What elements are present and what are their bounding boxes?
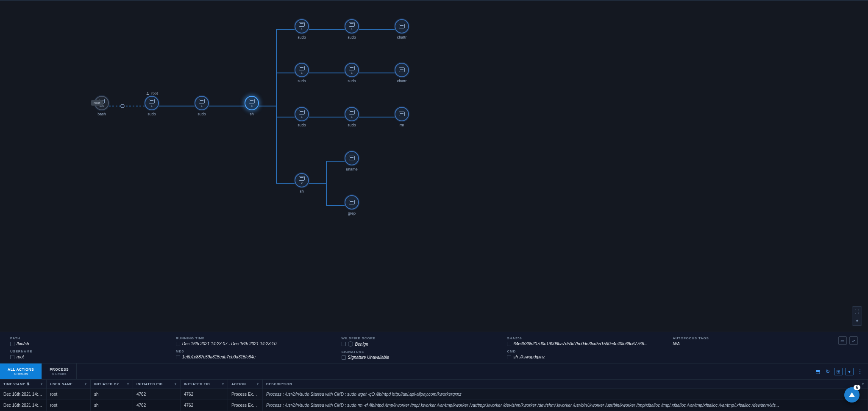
signature-value: Signature Unavailable xyxy=(348,355,389,360)
filter-icon[interactable]: ▾ xyxy=(85,382,87,386)
actions-table: TIMESTAMP⇅▾ USER NAME▾ INITIATED BY▾ INI… xyxy=(0,379,868,411)
more-icon[interactable]: ⋮ xyxy=(856,368,864,375)
path-value: /bin/sh xyxy=(17,341,29,346)
col-timestamp[interactable]: TIMESTAMP⇅▾ xyxy=(0,380,47,389)
terminal-icon xyxy=(299,66,305,70)
terminal-icon xyxy=(349,110,355,115)
cell-username: root xyxy=(47,400,91,411)
fit-screen-icon[interactable]: ⛶ xyxy=(852,307,862,316)
node-label: sudo xyxy=(348,79,356,83)
copy-icon[interactable] xyxy=(10,342,14,346)
process-node-sudo1[interactable]: 1sudo xyxy=(195,96,209,116)
terminal-icon xyxy=(399,67,405,72)
node-count: 1 xyxy=(351,71,353,74)
copy-icon[interactable] xyxy=(176,355,180,359)
cell-initiated_tid: 4762 xyxy=(181,400,228,411)
filter-button-icon[interactable]: ▾ xyxy=(845,368,854,375)
cell-action: Process Execution xyxy=(228,389,263,400)
send-icon xyxy=(849,392,855,397)
tab-all-actions[interactable]: ALL ACTIONS 6 Results xyxy=(0,363,42,379)
copy-icon[interactable] xyxy=(10,355,14,359)
cell-timestamp: Dec 16th 2021 14:23:07 xyxy=(0,389,47,400)
details-panel: PATH /bin/sh USERNAME root RUNNING TIME … xyxy=(0,332,868,363)
details-action-button[interactable]: ▭ xyxy=(838,336,847,345)
filter-icon[interactable]: ▾ xyxy=(127,382,129,386)
svg-point-1 xyxy=(147,92,148,93)
process-node-chattr_b[interactable]: chattr xyxy=(395,63,409,83)
terminal-icon xyxy=(299,110,305,115)
sha256-label: SHA256 xyxy=(507,336,662,340)
col-description[interactable]: DESCRIPTION▾ xyxy=(263,380,868,389)
notifications-fab[interactable]: 6 xyxy=(844,387,860,403)
copy-icon[interactable] xyxy=(176,342,180,346)
process-node-uname[interactable]: uname xyxy=(345,151,359,171)
terminal-icon xyxy=(299,22,305,27)
layout-icon[interactable]: ⊞ xyxy=(834,368,843,375)
cmd-value: sh ./kswapdqxnz xyxy=(513,355,545,359)
cell-timestamp: Dec 16th 2021 14:23:07 xyxy=(0,400,47,411)
autofocus-label: AUTOFOCUS TAGS xyxy=(673,336,828,340)
md5-value: 1e6b1c887c59a315edb7eb9a315fc84c xyxy=(182,355,256,359)
process-node-sudo_c1[interactable]: 1sudo xyxy=(295,107,309,127)
cell-description: Process : /usr/bin/sudo Started with CMD… xyxy=(263,400,868,411)
node-count: 1 xyxy=(351,28,353,31)
col-initiated-by[interactable]: INITIATED BY▾ xyxy=(91,380,133,389)
cell-initiated_pid: 4762 xyxy=(133,389,181,400)
wildfire-value: Benign xyxy=(355,342,368,347)
filter-icon[interactable]: ▾ xyxy=(862,382,864,386)
copy-icon[interactable] xyxy=(507,342,511,346)
filter-icon[interactable]: ▾ xyxy=(257,382,259,386)
refresh-icon[interactable]: ↻ xyxy=(824,368,832,375)
node-count: 1 xyxy=(301,28,303,31)
terminal-icon xyxy=(299,176,305,181)
process-tree-graph[interactable]: 159bash1sudo1sudo6sh1sudo1sudochattr1sud… xyxy=(0,0,868,332)
process-node-bash[interactable]: 159bash xyxy=(95,96,109,116)
signature-label: SIGNATURE xyxy=(342,350,497,354)
col-initiated-pid[interactable]: INITIATED PID▾ xyxy=(133,380,181,389)
process-node-sudo0[interactable]: 1sudo xyxy=(145,96,159,116)
graph-zoom-controls: ⛶ ✦ xyxy=(852,306,862,326)
terminal-icon xyxy=(349,200,355,204)
filter-icon[interactable]: ▾ xyxy=(175,382,177,386)
process-node-sudo_b1[interactable]: 1sudo xyxy=(295,63,309,83)
col-action[interactable]: ACTION▾ xyxy=(228,380,263,389)
process-node-sudo_a2[interactable]: 1sudo xyxy=(345,19,359,39)
filter-icon[interactable]: ▾ xyxy=(222,382,224,386)
copy-icon[interactable] xyxy=(507,355,511,359)
path-label: PATH xyxy=(10,336,166,340)
running-time-value: Dec 16th 2021 14:23:07 - Dec 16th 2021 1… xyxy=(182,341,276,346)
tab-process[interactable]: PROCESS 6 Results xyxy=(42,363,77,379)
table-row[interactable]: Dec 16th 2021 14:23:07rootsh47624762Proc… xyxy=(0,400,868,411)
node-count: 1 xyxy=(301,71,303,74)
cell-action: Process Execution xyxy=(228,400,263,411)
node-label: sudo xyxy=(348,35,356,39)
terminal-icon xyxy=(399,112,405,116)
export-icon[interactable]: ⬒ xyxy=(814,368,821,375)
node-count: 1 xyxy=(201,104,203,107)
copy-icon[interactable] xyxy=(342,342,346,346)
process-node-rm[interactable]: rm xyxy=(395,107,409,127)
process-node-sh[interactable]: 6sh xyxy=(245,96,259,116)
col-initiated-tid[interactable]: INITIATED TID▾ xyxy=(181,380,228,389)
process-node-chattr_a[interactable]: chattr xyxy=(395,19,409,39)
user-label: root xyxy=(146,91,158,95)
node-label: chattr xyxy=(397,79,407,83)
recenter-icon[interactable]: ✦ xyxy=(852,316,862,325)
fab-badge: 6 xyxy=(854,385,860,390)
expand-icon[interactable]: ⤢ xyxy=(849,336,858,345)
table-row[interactable]: Dec 16th 2021 14:23:07rootsh47624762Proc… xyxy=(0,389,868,400)
node-label: sh xyxy=(300,189,304,193)
process-node-grep[interactable]: grep xyxy=(345,195,359,215)
process-node-sudo_a1[interactable]: 1sudo xyxy=(295,19,309,39)
process-node-sh2[interactable]: 2sh xyxy=(295,173,309,193)
process-node-sudo_b2[interactable]: 1sudo xyxy=(345,63,359,83)
filter-icon[interactable]: ▾ xyxy=(41,382,43,386)
verdict-icon xyxy=(348,341,353,347)
cell-initiated_by: sh xyxy=(91,389,133,400)
node-count: 1 xyxy=(151,104,153,107)
wildfire-label: WILDFIRE SCORE xyxy=(342,336,497,340)
copy-icon[interactable] xyxy=(342,355,346,360)
col-username[interactable]: USER NAME▾ xyxy=(47,380,91,389)
cell-initiated_by: sh xyxy=(91,400,133,411)
process-node-sudo_c2[interactable]: 1sudo xyxy=(345,107,359,127)
